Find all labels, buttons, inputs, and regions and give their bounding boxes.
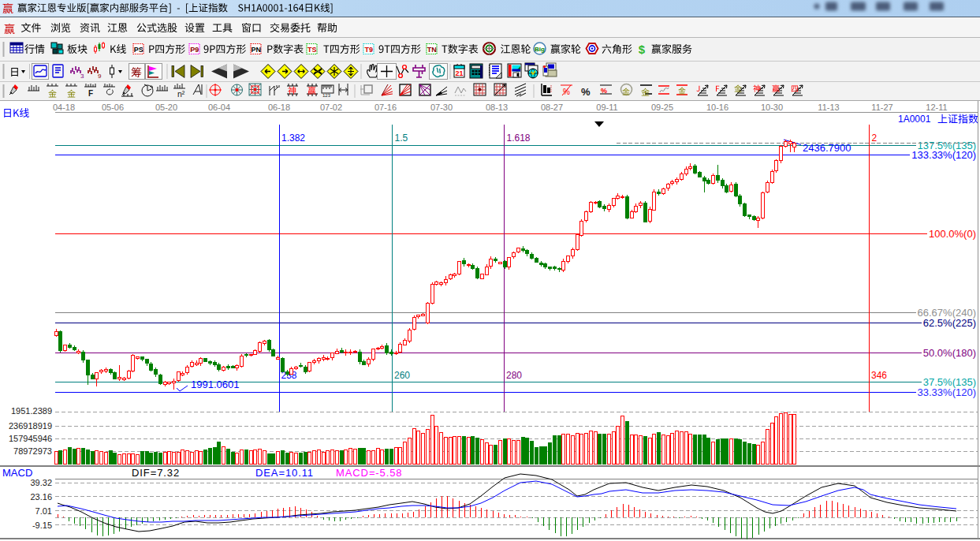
svg-text:1A0001: 1A0001 <box>898 114 931 125</box>
svg-text:07-02: 07-02 <box>320 103 342 112</box>
svg-text:21: 21 <box>455 69 463 77</box>
svg-text:05-20: 05-20 <box>155 103 177 112</box>
svg-text:08-13: 08-13 <box>486 103 508 112</box>
svg-text:%: % <box>601 87 607 95</box>
svg-text:1951.2389: 1951.2389 <box>11 406 52 416</box>
svg-text:TN: TN <box>427 46 437 54</box>
svg-text:09-11: 09-11 <box>596 103 617 112</box>
svg-text:123: 123 <box>322 93 331 98</box>
svg-text:39.32: 39.32 <box>30 478 52 487</box>
svg-text:06-04: 06-04 <box>208 103 230 112</box>
svg-text:%: % <box>581 86 591 98</box>
svg-text:280: 280 <box>506 370 522 381</box>
svg-text:346: 346 <box>871 370 887 381</box>
svg-text:2436.7900: 2436.7900 <box>803 142 851 154</box>
svg-text:3: 3 <box>80 73 84 80</box>
svg-text:06-18: 06-18 <box>268 103 290 112</box>
svg-text:10-30: 10-30 <box>761 103 783 112</box>
svg-text:F: F <box>88 89 93 98</box>
svg-text:07-16: 07-16 <box>374 103 397 112</box>
svg-text:05-06: 05-06 <box>102 103 124 112</box>
svg-text:TS: TS <box>307 46 317 54</box>
svg-text:MACD=-5.58: MACD=-5.58 <box>336 467 403 479</box>
svg-text:04-18: 04-18 <box>53 103 75 112</box>
svg-text:78972973: 78972973 <box>13 446 52 456</box>
svg-text:08-27: 08-27 <box>541 103 563 112</box>
svg-text:PN: PN <box>252 46 262 54</box>
svg-text:157945946: 157945946 <box>9 434 52 443</box>
svg-text:T9: T9 <box>365 46 374 54</box>
svg-text:1.5: 1.5 <box>395 132 408 144</box>
svg-text:-9.15: -9.15 <box>32 520 52 530</box>
svg-text:07-30: 07-30 <box>430 103 453 112</box>
svg-text:1.618: 1.618 <box>507 132 531 144</box>
svg-text:2: 2 <box>872 132 878 144</box>
svg-text:133.33%(120): 133.33%(120) <box>911 149 976 161</box>
svg-text:MACD: MACD <box>2 467 32 479</box>
svg-text:12-11: 12-11 <box>926 103 947 112</box>
svg-text:PS: PS <box>134 46 143 54</box>
svg-text:n²: n² <box>177 89 185 99</box>
svg-text:P9: P9 <box>190 46 199 54</box>
svg-text:1991.0601: 1991.0601 <box>191 379 239 390</box>
svg-text:7.01: 7.01 <box>35 506 52 516</box>
svg-text:$: $ <box>639 43 646 56</box>
svg-text:DEA=10.11: DEA=10.11 <box>255 467 314 479</box>
svg-text:33.33%(120): 33.33%(120) <box>918 386 976 398</box>
svg-text:260: 260 <box>394 370 410 381</box>
svg-text:62.5%(225): 62.5%(225) <box>923 317 976 329</box>
svg-text:11-27: 11-27 <box>871 103 892 112</box>
svg-text:10-16: 10-16 <box>706 103 728 112</box>
svg-text:1.382: 1.382 <box>281 132 305 144</box>
svg-text:236918919: 236918919 <box>9 421 52 431</box>
svg-text:Big: Big <box>535 46 545 53</box>
svg-text:50.0%(180): 50.0%(180) <box>923 347 976 359</box>
svg-text:23.16: 23.16 <box>30 492 52 502</box>
svg-text:09-25: 09-25 <box>651 103 673 112</box>
svg-text:9: 9 <box>98 73 102 80</box>
svg-text:%: % <box>563 88 570 96</box>
svg-text:DIF=7.32: DIF=7.32 <box>132 467 180 479</box>
svg-text:11-13: 11-13 <box>818 103 839 112</box>
svg-text:100.0%(0): 100.0%(0) <box>929 228 976 240</box>
